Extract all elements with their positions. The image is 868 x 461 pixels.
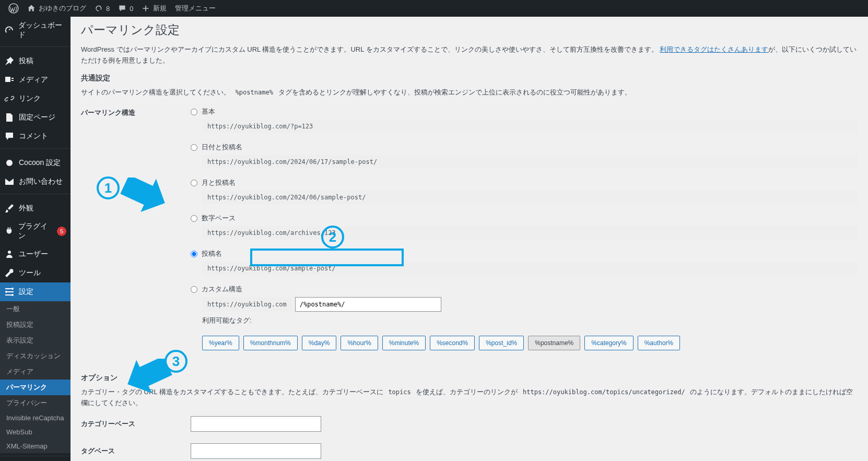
- comments-link[interactable]: 0: [114, 0, 137, 17]
- tag-button[interactable]: %day%: [302, 336, 337, 350]
- cocoon-icon: [4, 158, 15, 168]
- tag-base-label: タグベース: [81, 443, 185, 456]
- permalink-example-url: https://oyukiblog.com/2024/06/17/sample-…: [202, 155, 858, 169]
- postname-code: %postname%: [232, 88, 276, 97]
- tag-button[interactable]: %post_id%: [479, 336, 524, 350]
- sidebar-item-appearance[interactable]: 外観: [0, 199, 71, 218]
- sidebar-item-settings[interactable]: 設定: [0, 282, 71, 301]
- permalink-radio-5[interactable]: [191, 286, 197, 293]
- link-icon: [4, 93, 15, 104]
- available-tags-label: 利用可能なタグ:: [202, 316, 858, 325]
- permalink-radio-1[interactable]: [191, 144, 197, 151]
- new-label: 新規: [153, 4, 167, 13]
- permalink-example-url: https://oyukiblog.com/sample-post/: [202, 262, 858, 275]
- tag-base-input[interactable]: [191, 443, 321, 459]
- svg-point-1: [6, 160, 13, 166]
- permalink-radio-label[interactable]: カスタム構造: [202, 285, 242, 294]
- permalink-example-url: https://oyukiblog.com/archives/123: [202, 226, 858, 240]
- submenu-reading[interactable]: 表示設定: [0, 333, 71, 348]
- svg-point-6: [11, 288, 14, 290]
- tag-button[interactable]: %hour%: [341, 336, 378, 350]
- permalink-example-url: https://oyukiblog.com/2024/06/sample-pos…: [202, 191, 858, 204]
- mail-icon: [4, 176, 15, 187]
- permalink-radio-3[interactable]: [191, 215, 197, 222]
- common-settings-heading: 共通設定: [81, 74, 858, 83]
- sidebar-item-users[interactable]: ユーザー: [0, 245, 71, 264]
- permalink-example-url: https://oyukiblog.com/?p=123: [202, 120, 858, 133]
- sidebar-item-posts[interactable]: 投稿: [0, 52, 71, 70]
- tag-button[interactable]: %second%: [430, 336, 475, 350]
- svg-point-7: [5, 291, 7, 293]
- brush-icon: [4, 203, 15, 214]
- common-settings-desc: サイトのパーマリンク構造を選択してください。 %postname% タグを含める…: [81, 87, 858, 98]
- site-home-link[interactable]: おゆきのブログ: [23, 0, 90, 17]
- tag-button[interactable]: %monthnum%: [243, 336, 298, 350]
- tag-button[interactable]: %category%: [584, 336, 633, 350]
- svg-point-8: [11, 294, 14, 296]
- comment-icon: [4, 131, 15, 141]
- plugin-update-badge: 5: [57, 227, 66, 236]
- sidebar-item-dashboard[interactable]: ダッシュボード: [0, 17, 71, 44]
- svg-point-2: [8, 251, 11, 254]
- updates-link[interactable]: 8: [90, 0, 114, 17]
- permalink-radio-4[interactable]: [191, 251, 197, 257]
- sidebar-item-contact[interactable]: お問い合わせ: [0, 172, 71, 191]
- tag-button[interactable]: %author%: [638, 336, 680, 350]
- svg-rect-3: [5, 288, 11, 289]
- permalink-radio-label[interactable]: 日付と投稿名: [202, 143, 242, 152]
- updates-count: 8: [106, 5, 110, 13]
- admin-menu-link[interactable]: 管理メニュー: [171, 0, 220, 17]
- submenu-general[interactable]: 一般: [0, 301, 71, 317]
- option-desc: カテゴリー・タグの URL 構造をカスタマイズすることもできます。たとえば、カテ…: [81, 387, 858, 409]
- tag-button[interactable]: %postname%: [528, 336, 580, 350]
- category-base-label: カテゴリーベース: [81, 416, 185, 429]
- permalink-radio-label[interactable]: 数字ベース: [202, 214, 236, 223]
- sidebar-item-plugins[interactable]: プラグイン5: [0, 218, 71, 245]
- tag-button[interactable]: %minute%: [382, 336, 426, 350]
- permalink-radio-2[interactable]: [191, 180, 197, 186]
- sidebar-item-links[interactable]: リンク: [0, 89, 71, 108]
- submenu-writing[interactable]: 投稿設定: [0, 317, 71, 333]
- comments-count: 0: [130, 5, 133, 13]
- plugin-icon: [4, 226, 14, 237]
- submenu-recaptcha[interactable]: Invisible reCaptcha: [0, 411, 71, 425]
- custom-structure-input[interactable]: [295, 297, 441, 312]
- sidebar-item-tools[interactable]: ツール: [0, 264, 71, 282]
- sidebar-submenu-settings: 一般 投稿設定 表示設定 ディスカッション メディア パーマリンク プライバシー…: [0, 301, 71, 453]
- submenu-permalink[interactable]: パーマリンク: [0, 380, 71, 395]
- submenu-discussion[interactable]: ディスカッション: [0, 348, 71, 364]
- sidebar-item-cocoon[interactable]: Cocoon 設定: [0, 153, 71, 172]
- category-base-input[interactable]: [191, 416, 321, 432]
- structure-label: パーマリンク構造: [81, 105, 185, 117]
- new-content-link[interactable]: 新規: [137, 0, 171, 17]
- submenu-privacy[interactable]: プライバシー: [0, 395, 71, 411]
- submenu-media[interactable]: メディア: [0, 364, 71, 380]
- permalink-radio-label[interactable]: 基本: [202, 107, 215, 116]
- permalink-radio-label[interactable]: 投稿名: [202, 249, 222, 258]
- permalink-radio-label[interactable]: 月と投稿名: [202, 178, 236, 187]
- user-icon: [4, 249, 15, 259]
- svg-rect-5: [5, 294, 11, 295]
- permalink-radio-0[interactable]: [191, 109, 197, 115]
- media-icon: [4, 75, 15, 85]
- wrench-icon: [4, 268, 15, 278]
- dashboard-icon: [4, 25, 14, 36]
- tag-button[interactable]: %year%: [202, 336, 239, 350]
- sidebar-item-comments[interactable]: コメント: [0, 127, 71, 146]
- available-tags-link[interactable]: 利用できるタグはたくさんあります: [660, 45, 768, 53]
- submenu-xmlsitemap[interactable]: XML-Sitemap: [0, 439, 71, 453]
- svg-rect-4: [7, 291, 14, 292]
- admin-topbar: おゆきのブログ 8 0 新規 管理メニュー: [0, 0, 868, 17]
- wp-logo[interactable]: [4, 0, 23, 17]
- sidebar-item-media[interactable]: メディア: [0, 70, 71, 89]
- submenu-websub[interactable]: WebSub: [0, 425, 71, 439]
- home-icon: [27, 4, 36, 13]
- page-icon: [4, 112, 15, 123]
- refresh-icon: [95, 4, 103, 13]
- page-title: パーマリンク設定: [81, 22, 858, 38]
- pin-icon: [4, 56, 15, 66]
- main-content: パーマリンク設定 WordPress ではパーマリンクやアーカイブにカスタム U…: [71, 17, 868, 461]
- admin-menu-label: 管理メニュー: [175, 4, 216, 13]
- sidebar-item-pages[interactable]: 固定ページ: [0, 108, 71, 127]
- custom-url-prefix: https://oyukiblog.com: [202, 297, 292, 312]
